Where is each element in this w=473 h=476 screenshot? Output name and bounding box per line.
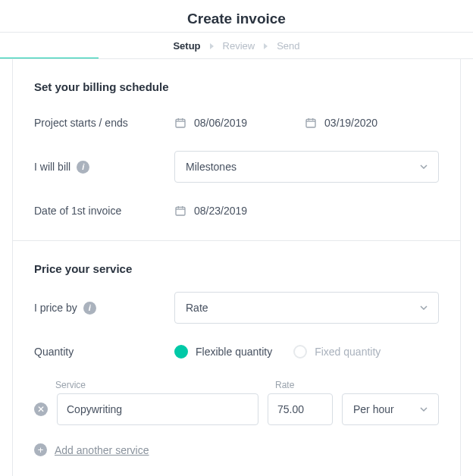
info-icon[interactable]: i [83,302,96,315]
start-date-value: 08/06/2019 [194,117,247,129]
close-icon: ✕ [37,405,45,414]
first-invoice-label: Date of 1st invoice [34,205,174,217]
end-date-field[interactable]: 03/19/2020 [305,117,377,129]
radio-dot-icon [293,345,307,359]
radio-flexible-label: Flexible quantity [196,346,272,358]
plus-icon: + [34,443,47,456]
remove-line-button[interactable]: ✕ [34,402,48,416]
calendar-icon [174,205,186,217]
pricing-section-title: Price your service [34,262,439,275]
step-review[interactable]: Review [223,40,255,52]
chevron-right-icon [264,43,268,49]
rate-unit-select[interactable]: Per hour [342,393,439,425]
price-by-label: I price by [34,302,77,314]
billing-section: Set your billing schedule Project starts… [13,59,460,240]
step-setup[interactable]: Setup [173,40,200,52]
chevron-down-icon [420,304,428,312]
rate-unit-value: Per hour [353,403,394,415]
service-line: ✕ Per hour [34,393,439,425]
rate-input[interactable] [268,393,333,425]
radio-flexible-quantity[interactable]: Flexible quantity [174,345,272,359]
add-service-link[interactable]: + Add another service [34,443,439,456]
project-dates-label: Project starts / ends [34,117,174,129]
info-icon[interactable]: i [77,161,89,174]
chevron-down-icon [420,163,428,171]
billing-section-title: Set your billing schedule [34,80,439,93]
radio-fixed-label: Fixed quantity [315,346,381,358]
pricing-section: Price your service I price by i Rate Q [13,240,460,476]
bill-by-label: I will bill [34,161,70,173]
quantity-label: Quantity [34,346,174,358]
bill-method-value: Milestones [186,161,236,173]
chevron-right-icon [210,43,214,49]
service-column-header: Service [55,380,266,390]
service-input[interactable] [57,393,258,425]
calendar-icon [305,117,317,129]
svg-rect-0 [176,119,185,127]
step-send[interactable]: Send [277,40,299,52]
radio-dot-icon [174,345,188,359]
add-service-label: Add another service [55,444,149,456]
svg-rect-2 [176,207,185,215]
page-title: Create invoice [0,0,473,32]
stepper: Setup Review Send [0,33,473,58]
price-by-select[interactable]: Rate [174,292,439,324]
chevron-down-icon [420,406,428,413]
price-by-value: Rate [186,302,208,314]
calendar-icon [174,117,186,129]
rate-column-header: Rate [275,380,340,390]
end-date-value: 03/19/2020 [324,117,377,129]
start-date-field[interactable]: 08/06/2019 [174,117,247,129]
first-invoice-field[interactable]: 08/23/2019 [174,205,247,217]
first-invoice-value: 08/23/2019 [194,205,247,217]
bill-method-select[interactable]: Milestones [174,151,439,183]
radio-fixed-quantity[interactable]: Fixed quantity [293,345,381,359]
svg-rect-1 [306,119,315,127]
